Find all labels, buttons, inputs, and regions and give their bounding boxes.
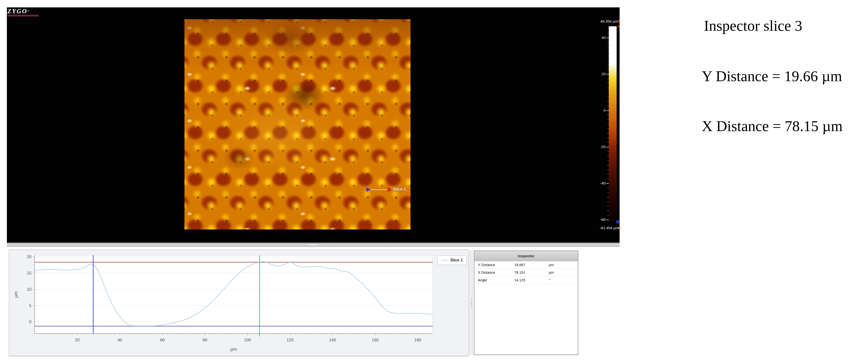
registered-mark-icon: ® bbox=[27, 9, 29, 12]
inspector-row-value: 78.151 bbox=[514, 271, 549, 274]
y-tick-label: 15 bbox=[27, 271, 31, 275]
inspector-row-unit: ° bbox=[549, 278, 578, 282]
x-tick-label: 120 bbox=[286, 338, 293, 342]
colorbar-gradient bbox=[609, 26, 617, 222]
inspector-row[interactable]: Angle14.125° bbox=[474, 276, 578, 284]
colorbar-invalid-dot bbox=[616, 220, 619, 223]
x-tick-label: 160 bbox=[372, 338, 378, 342]
inspector-row-value: 14.125 bbox=[514, 278, 549, 282]
x-tick-label: 80 bbox=[203, 338, 207, 342]
x-tick-label: 60 bbox=[160, 338, 165, 342]
colorbar-tick-label: -40 bbox=[596, 181, 606, 185]
x-tick-label: 20 bbox=[75, 338, 80, 342]
inspector-row-label: X Distance bbox=[478, 271, 514, 274]
colorbar-major-tick bbox=[606, 74, 609, 74]
inspector-row[interactable]: Y Distance19.667µm bbox=[474, 261, 578, 269]
inspector-header: Inspector bbox=[474, 251, 578, 261]
heightmap-shading bbox=[184, 19, 410, 230]
slice-end-handle-icon[interactable] bbox=[388, 187, 391, 192]
y-tick-label: 5 bbox=[29, 303, 31, 308]
inspector-panel: Inspector Y Distance19.667µmX Distance78… bbox=[474, 251, 578, 355]
colorbar-tick-label: -60 bbox=[596, 217, 606, 221]
inspector-row-label: Y Distance bbox=[478, 263, 514, 267]
colorbar-tick-label: 20 bbox=[596, 72, 606, 76]
profile-chart-panel: 2040608010012014016018005101520µmµm Slic… bbox=[9, 250, 469, 356]
x-tick-label: 140 bbox=[329, 338, 336, 342]
slice-marker-label: Slice 1 bbox=[393, 187, 406, 192]
vertical-splitter[interactable] bbox=[469, 251, 473, 355]
caption-x-distance: X Distance = 78.15 µm bbox=[702, 118, 843, 135]
colorbar-major-tick bbox=[606, 147, 609, 147]
inspector-row-label: Angle bbox=[478, 278, 514, 282]
profile-chart[interactable]: 2040608010012014016018005101520µmµm bbox=[9, 250, 469, 356]
height-colorbar: 46.354 µm 40200-20-40-60 -61.454 µm bbox=[588, 17, 622, 239]
inspector-row[interactable]: X Distance78.151µm bbox=[474, 269, 578, 276]
slice-line bbox=[371, 189, 388, 190]
colorbar-major-tick bbox=[606, 38, 609, 38]
colorbar-min-label: -61.454 µm bbox=[600, 226, 619, 230]
inspector-row-unit: µm bbox=[549, 263, 578, 267]
colorbar-saturation-dot bbox=[618, 26, 619, 27]
zygo-logo-text: ZYGO bbox=[7, 8, 27, 15]
legend-line-sample-icon bbox=[441, 260, 448, 261]
colorbar-tick-label: -20 bbox=[596, 145, 606, 149]
slice-marker[interactable]: Slice 1 bbox=[367, 186, 410, 193]
inspector-row-unit: µm bbox=[549, 271, 578, 274]
slice-start-handle-icon[interactable] bbox=[367, 188, 370, 191]
colorbar-major-tick bbox=[606, 183, 609, 184]
chart-legend[interactable]: Slice 1 bbox=[437, 255, 466, 265]
horizontal-splitter[interactable] bbox=[7, 243, 620, 247]
surface-heightmap[interactable]: Slice 1 bbox=[184, 19, 410, 230]
y-tick-label: 10 bbox=[27, 287, 31, 292]
y-tick-label: 0 bbox=[29, 320, 31, 324]
caption-title: Inspector slice 3 bbox=[704, 17, 802, 34]
x-tick-label: 40 bbox=[118, 338, 122, 342]
colorbar-tick-label: 40 bbox=[596, 35, 606, 39]
splitter-handle-icon[interactable] bbox=[307, 244, 319, 246]
x-tick-label: 100 bbox=[244, 338, 251, 342]
y-axis-title: µm bbox=[13, 291, 19, 298]
zygo-logo-underline bbox=[7, 15, 39, 17]
colorbar-major-tick bbox=[606, 111, 609, 111]
y-tick-label: 20 bbox=[27, 254, 31, 259]
screenshot-root: ZYGO® Slice 1 46.354 µm 40200-20-40-60 -… bbox=[0, 0, 868, 364]
colorbar-major-tick bbox=[606, 220, 609, 220]
x-axis-title: µm bbox=[230, 346, 237, 352]
colorbar-overrange-dot-bottom bbox=[618, 227, 620, 229]
colorbar-max-label: 46.354 µm bbox=[600, 19, 618, 23]
inspector-row-value: 19.667 bbox=[514, 263, 549, 267]
inspector-rows: Y Distance19.667µmX Distance78.151µmAngl… bbox=[474, 261, 578, 284]
colorbar-tick-label: 0 bbox=[596, 108, 606, 112]
x-tick-label: 180 bbox=[414, 338, 421, 342]
caption-y-distance: Y Distance = 19.66 µm bbox=[702, 68, 842, 85]
colorbar-overrange-dot-top bbox=[618, 20, 620, 22]
zygo-logo: ZYGO® bbox=[7, 8, 47, 18]
surface-viewer-panel: ZYGO® Slice 1 46.354 µm 40200-20-40-60 -… bbox=[7, 7, 620, 243]
splitter-grip-icon bbox=[471, 298, 472, 308]
legend-label: Slice 1 bbox=[451, 258, 463, 263]
